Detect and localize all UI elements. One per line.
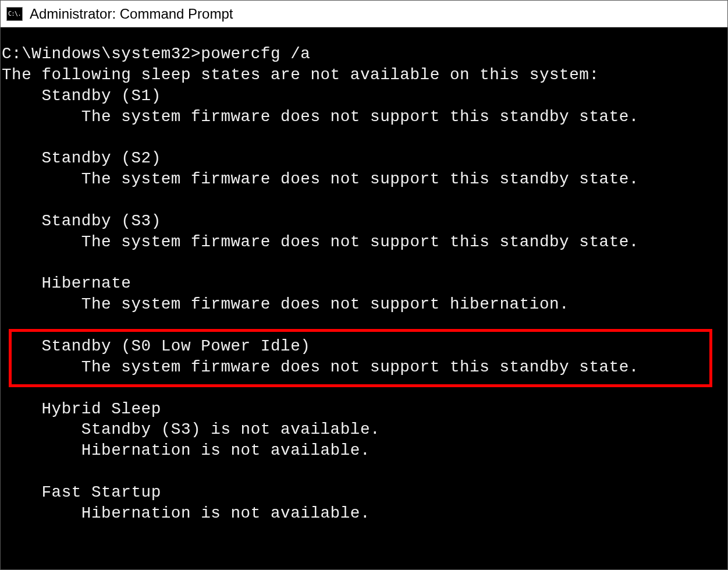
terminal-line: The following sleep states are not avail… [2, 65, 726, 86]
terminal-line: Hybrid Sleep [2, 399, 726, 420]
terminal-output[interactable]: C:\Windows\system32>powercfg /aThe follo… [1, 27, 727, 569]
terminal-line: Fast Startup [2, 482, 726, 503]
terminal-line: The system firmware does not support thi… [2, 169, 726, 190]
terminal-line [2, 524, 726, 545]
terminal-line: C:\Windows\system32>powercfg /a [2, 44, 726, 65]
terminal-line: The system firmware does not support hib… [2, 294, 726, 315]
terminal-line: Standby (S0 Low Power Idle) [2, 336, 726, 357]
terminal-line [2, 253, 726, 274]
terminal-line: Hibernation is not available. [2, 503, 726, 524]
terminal-line: Standby (S3) [2, 211, 726, 232]
terminal-line: Standby (S1) [2, 86, 726, 107]
terminal-line: Standby (S2) [2, 148, 726, 169]
titlebar[interactable]: C:\. Administrator: Command Prompt [1, 1, 727, 27]
terminal-line [2, 315, 726, 336]
terminal-line: The system firmware does not support thi… [2, 357, 726, 378]
terminal-line: Standby (S3) is not available. [2, 419, 726, 440]
terminal-line [2, 461, 726, 482]
command-prompt-window: C:\. Administrator: Command Prompt C:\Wi… [0, 0, 728, 570]
terminal-line: Hibernate [2, 273, 726, 294]
terminal-line [2, 127, 726, 148]
terminal-line: The system firmware does not support thi… [2, 107, 726, 128]
window-title: Administrator: Command Prompt [30, 6, 233, 22]
terminal-line: The system firmware does not support thi… [2, 232, 726, 253]
terminal-line [2, 378, 726, 399]
terminal-line [2, 190, 726, 211]
terminal-line: Hibernation is not available. [2, 440, 726, 461]
command-prompt-icon: C:\. [6, 7, 23, 21]
